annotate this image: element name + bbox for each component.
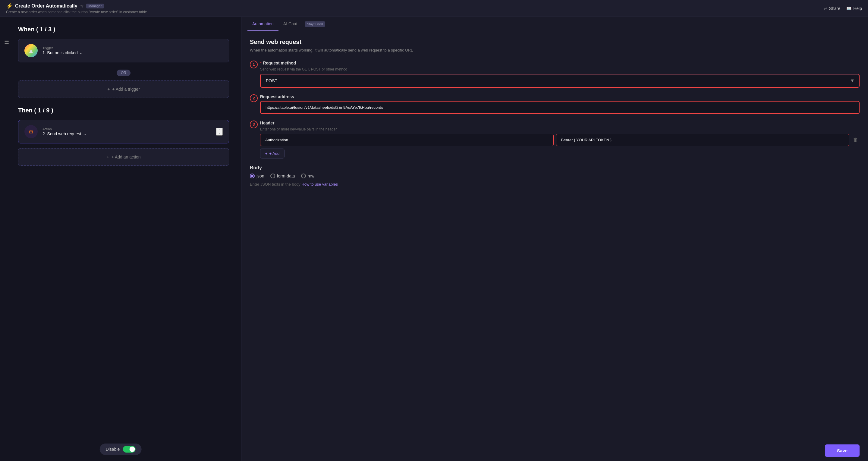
header-label: Header <box>260 121 860 125</box>
request-address-label: Request address <box>260 94 860 99</box>
header-key-input[interactable] <box>260 134 554 146</box>
share-icon: ⇌ <box>824 6 827 11</box>
action-info: Action 2. Send web request ⌄ <box>42 127 211 136</box>
right-tabs: Automation AI Chat Stay tuned <box>241 17 868 31</box>
app-icon: ⚡ <box>6 3 13 9</box>
action-card[interactable]: ⚙ Action 2. Send web request ⌄ ⋮ <box>18 120 229 144</box>
request-address-input[interactable] <box>260 101 860 114</box>
radio-dot-form-data <box>270 174 275 178</box>
request-method-select[interactable]: GET POST PUT PATCH DELETE <box>261 74 859 87</box>
request-method-hint: Send web request via the GET, POST or ot… <box>260 67 860 71</box>
topbar: ⚡ Create Order Automatically ☆ Manager C… <box>0 0 868 17</box>
body-radio-group: json form-data raw <box>250 174 860 178</box>
add-trigger-label: + Add a trigger <box>112 87 140 92</box>
right-content: Send web request When the automation sta… <box>241 31 868 440</box>
request-method-section: 1 * Request method Send web request via … <box>250 61 860 88</box>
help-label: Help <box>853 6 862 11</box>
body-section: Body json form-data raw <box>250 165 860 186</box>
topbar-left: ⚡ Create Order Automatically ☆ Manager C… <box>6 3 147 14</box>
left-panel: ☰ When ( 1 / 3 ) ▲ Trigger 1. Button is … <box>0 17 241 461</box>
trigger-label: Trigger <box>42 46 223 50</box>
request-address-section: 2 Request address <box>250 94 860 114</box>
trigger-icon: ▲ <box>24 44 38 57</box>
app-subtitle: Create a new order when someone click th… <box>6 10 147 14</box>
action-name-text: 2. Send web request <box>42 131 81 136</box>
how-to-use-variables-link[interactable]: How to use variables <box>301 182 338 186</box>
action-icon: ⚙ <box>24 125 38 138</box>
stay-tuned-badge: Stay tuned <box>305 21 326 27</box>
required-star: * <box>260 61 261 65</box>
trigger-info: Trigger 1. Button is clicked ⌄ <box>42 46 223 55</box>
radio-json-label: json <box>256 174 264 178</box>
plus-icon: + <box>106 155 109 159</box>
help-icon: 📖 <box>846 6 851 11</box>
toggle-knob <box>129 447 135 452</box>
action-menu-button[interactable]: ⋮ <box>216 128 223 135</box>
step3-badge: 3 <box>250 121 258 128</box>
request-method-label: * Request method <box>260 61 860 65</box>
body-hint-text: Enter JSON texts in the body <box>250 182 301 186</box>
header-value-input[interactable] <box>556 134 849 146</box>
disable-toggle[interactable] <box>123 446 135 453</box>
radio-raw[interactable]: raw <box>301 174 315 178</box>
radio-form-data-label: form-data <box>277 174 295 178</box>
then-section: Then ( 1 / 9 ) ⚙ Action 2. Send web requ… <box>18 107 229 166</box>
chevron-down-icon: ⌄ <box>80 50 83 55</box>
request-address-label-row: 2 Request address <box>250 94 860 114</box>
right-footer: Save <box>241 440 868 461</box>
panel-title: Send web request <box>250 38 860 45</box>
right-panel: Automation AI Chat Stay tuned Send web r… <box>241 17 868 461</box>
header-label-row: 3 Header Enter one or more key-value pai… <box>250 121 860 158</box>
plus-icon: + <box>107 87 110 92</box>
sidebar-toggle[interactable]: ☰ <box>3 37 10 47</box>
when-title: When ( 1 / 3 ) <box>18 26 229 33</box>
help-button[interactable]: 📖 Help <box>846 6 862 11</box>
trigger-name-text: 1. Button is clicked <box>42 50 78 55</box>
header-pair: 🗑 <box>260 134 860 146</box>
header-hint: Enter one or more key-value pairs in the… <box>260 127 860 131</box>
save-button[interactable]: Save <box>825 444 860 457</box>
share-label: Share <box>829 6 840 11</box>
tab-automation[interactable]: Automation <box>247 17 278 31</box>
tab-ai-chat[interactable]: AI Chat <box>278 17 302 31</box>
radio-json[interactable]: json <box>250 174 264 178</box>
chevron-down-icon: ⌄ <box>83 131 87 136</box>
disable-label: Disable <box>106 447 120 452</box>
trigger-card[interactable]: ▲ Trigger 1. Button is clicked ⌄ <box>18 39 229 62</box>
step1-badge: 1 <box>250 61 258 68</box>
action-label: Action <box>42 127 211 131</box>
radio-form-data[interactable]: form-data <box>270 174 295 178</box>
radio-dot-json <box>250 174 255 178</box>
plus-icon: + <box>265 151 268 156</box>
radio-raw-label: raw <box>308 174 315 178</box>
body-label: Body <box>250 165 860 171</box>
body-hint: Enter JSON texts in the body How to use … <box>250 182 860 186</box>
manager-badge: Manager <box>86 4 104 8</box>
app-title: Create Order Automatically <box>15 3 78 9</box>
request-method-label-row: 1 * Request method Send web request via … <box>250 61 860 88</box>
title-row: ⚡ Create Order Automatically ☆ Manager <box>6 3 147 9</box>
main-layout: ☰ When ( 1 / 3 ) ▲ Trigger 1. Button is … <box>0 17 868 461</box>
request-method-label-text: Request method <box>263 61 296 65</box>
request-address-label-text: Request address <box>260 94 294 99</box>
topbar-right: ⇌ Share 📖 Help <box>824 6 862 11</box>
share-button[interactable]: ⇌ Share <box>824 6 840 11</box>
panel-subtitle: When the automation starts working, it w… <box>250 47 860 53</box>
radio-dot-raw <box>301 174 306 178</box>
add-label: + Add <box>270 151 280 156</box>
when-section: When ( 1 / 3 ) ▲ Trigger 1. Button is cl… <box>18 26 229 166</box>
step2-badge: 2 <box>250 94 258 102</box>
action-name[interactable]: 2. Send web request ⌄ <box>42 131 211 136</box>
bottom-bar: Disable <box>100 443 142 455</box>
header-section: 3 Header Enter one or more key-value pai… <box>250 121 860 158</box>
trigger-name[interactable]: 1. Button is clicked ⌄ <box>42 50 223 55</box>
add-action-label: + Add an action <box>112 155 141 159</box>
add-trigger-button[interactable]: + + Add a trigger <box>18 81 229 98</box>
header-label-text: Header <box>260 121 274 125</box>
favorite-icon[interactable]: ☆ <box>80 4 84 8</box>
or-badge: OR <box>117 70 130 76</box>
add-action-button[interactable]: + + Add an action <box>18 148 229 166</box>
header-delete-button[interactable]: 🗑 <box>852 135 860 144</box>
then-title: Then ( 1 / 9 ) <box>18 107 229 114</box>
add-header-button[interactable]: + + Add <box>260 149 284 158</box>
